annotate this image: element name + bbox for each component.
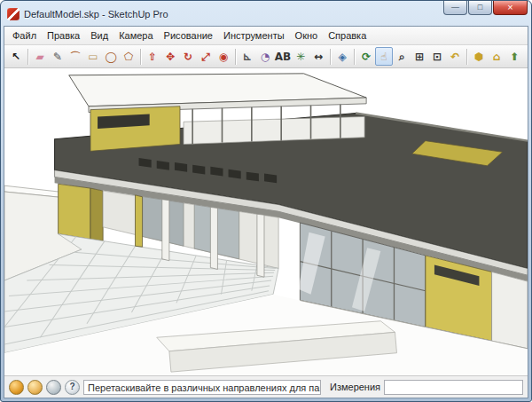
pushpull-tool[interactable]: ⇧ [144,47,161,66]
measurements-label: Измерения [330,382,380,392]
component-tool[interactable]: ⬢ [470,47,488,66]
text-icon: AB [275,51,291,62]
offset-icon: ◉ [219,51,228,62]
arc-tool[interactable]: ⌒ [66,47,84,66]
protractor-icon: ◔ [261,51,270,62]
menu-view[interactable]: Вид [85,28,113,43]
line-tool[interactable]: ✎ [49,47,66,66]
model-canvas [4,68,528,375]
menu-file[interactable]: Файл [7,28,42,43]
share-model-icon: ⬆ [510,51,519,62]
toolbar-separator [140,49,141,65]
toolbar-separator [354,49,355,65]
menu-tools[interactable]: Инструменты [218,28,290,43]
rotate-tool[interactable]: ↻ [179,47,197,66]
select-tool[interactable]: ↖ [7,47,25,66]
menu-window[interactable]: Окно [290,28,324,43]
rotate-icon: ↻ [184,51,192,62]
viewport-3d[interactable] [4,68,528,376]
move-tool[interactable]: ✥ [161,47,179,66]
tape-measure-tool[interactable]: ⊾ [239,47,256,66]
status-hint: Перетаскивайте в различных направлениях … [83,380,321,395]
share-model-tool[interactable]: ⬆ [505,47,523,66]
polygon-tool[interactable]: ⬠ [120,47,137,66]
previous-view-tool[interactable]: ↶ [446,47,464,66]
tape-measure-icon: ⊾ [243,51,252,62]
pushpull-icon: ⇧ [148,51,157,62]
terrace-column [162,200,169,261]
left-wall-side [90,188,103,240]
menu-draw[interactable]: Рисование [159,28,218,43]
zoom-extents-tool[interactable]: ⊡ [428,47,446,66]
terrace-column [210,207,217,269]
medal-icon-2[interactable] [27,380,43,395]
terrace-column [257,214,264,277]
eraser-tool[interactable]: ▰ [31,47,49,66]
previous-view-icon: ↶ [450,51,459,62]
titlebar[interactable]: DefaultModel.skp - SketchUp Pro — □ × [4,4,528,26]
pan-hand-icon: ☝ [380,51,387,62]
axes-icon: ✳ [296,51,305,62]
window-title: DefaultModel.skp - SketchUp Pro [24,9,168,20]
protractor-tool[interactable]: ◔ [256,47,274,66]
scale-icon: ⤢ [201,51,210,62]
paint-bucket-icon: ◈ [338,51,346,62]
select-icon: ↖ [12,51,20,62]
orbit-tool[interactable]: ⟳ [357,47,375,66]
offset-tool[interactable]: ◉ [215,47,232,66]
right-white-wall [492,272,528,349]
left-wall-front [59,184,90,239]
medal-icon-1[interactable] [9,380,24,395]
close-button[interactable]: × [493,1,528,15]
component-icon: ⬢ [474,51,483,62]
rectangle-tool[interactable]: ▭ [84,47,102,66]
app-window: DefaultModel.skp - SketchUp Pro — □ × Фа… [0,0,532,402]
move-icon: ✥ [166,51,175,62]
toolbar-separator [330,49,331,65]
sketchup-app-icon [7,8,20,20]
dimension-icon: ↔ [314,51,323,62]
minimize-button[interactable]: — [443,1,467,15]
scale-tool[interactable]: ⤢ [197,47,215,66]
client-area: Файл Правка Вид Камера Рисование Инструм… [4,26,528,398]
window-controls: — □ × [442,1,528,15]
orbit-icon: ⟳ [362,51,371,62]
paint-bucket-tool[interactable]: ◈ [333,47,351,66]
menu-camera[interactable]: Камера [113,28,158,43]
statusbar: ? Перетаскивайте в различных направления… [4,376,528,398]
pencil-icon: ✎ [53,51,62,62]
menu-edit[interactable]: Правка [42,28,85,43]
medal-icon-3[interactable] [46,380,61,395]
axes-tool[interactable]: ✳ [292,47,309,66]
penthouse-wall [90,106,180,152]
menu-help[interactable]: Справка [323,28,372,43]
pan-tool[interactable]: ☝ [375,47,393,66]
warehouse-tool[interactable]: ⌂ [488,47,505,66]
eraser-icon: ▰ [35,51,43,62]
help-icon[interactable]: ? [65,380,80,395]
toolbar: ↖ ▰ ✎ ⌒ ▭ ◯ ⬠ ⇧ ✥ ↻ ⤢ ◉ ⊾ ◔ AB ✳ ↔ ◈ ⟳ ☝… [4,45,528,68]
circle-icon: ◯ [105,51,116,62]
terrace-glass-door [139,196,184,246]
zoom-extents-icon: ⊡ [433,51,442,62]
menubar: Файл Правка Вид Камера Рисование Инструм… [4,27,528,45]
zoom-window-tool[interactable]: ⊞ [411,47,428,66]
warehouse-icon: ⌂ [493,51,501,62]
toolbar-separator [466,49,467,65]
zoom-tool[interactable]: ⌕ [393,47,411,66]
zoom-window-icon: ⊞ [415,51,424,62]
polygon-icon: ⬠ [124,51,133,62]
circle-tool[interactable]: ◯ [102,47,120,66]
text-tool[interactable]: AB [274,47,292,66]
dimension-tool[interactable]: ↔ [309,47,327,66]
rectangle-icon: ▭ [88,51,98,62]
toolbar-separator [235,49,236,65]
maximize-button[interactable]: □ [468,1,492,15]
terrace-post [136,195,143,247]
measurements-input[interactable] [384,380,523,395]
toolbar-separator [27,49,28,65]
arc-icon: ⌒ [70,51,81,62]
zoom-icon: ⌕ [399,51,405,62]
